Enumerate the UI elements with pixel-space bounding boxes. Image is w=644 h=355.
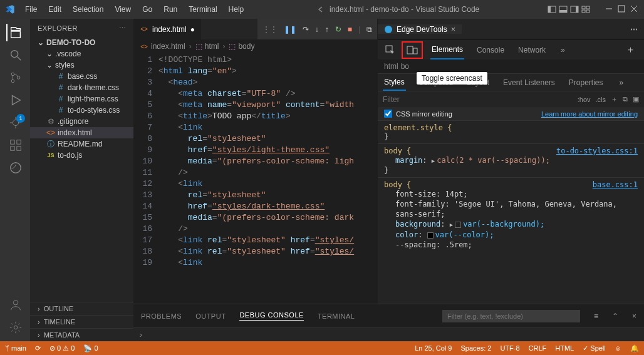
tab-more-icon[interactable]: ⋯ (624, 25, 644, 34)
menu-help[interactable]: Help (224, 3, 249, 16)
styles-filter-input[interactable] (383, 95, 573, 104)
add-tab-icon[interactable]: ＋ (626, 44, 635, 56)
minimize-icon[interactable] (605, 5, 614, 14)
menu-terminal[interactable]: Terminal (184, 3, 222, 16)
activity-account-icon[interactable] (6, 296, 24, 314)
devtools-tab-console[interactable]: Console (475, 41, 506, 59)
expand-icon[interactable]: ▶ (432, 158, 435, 164)
selector[interactable]: element.style { (384, 123, 452, 132)
status-feedback-icon[interactable]: ☺ (615, 344, 621, 352)
section-outline[interactable]: ›OUTLINE (30, 302, 133, 315)
file-todo-js[interactable]: JSto-do.js (30, 150, 133, 161)
chevron-right-icon[interactable]: » (561, 46, 565, 54)
menu-file[interactable]: File (20, 3, 42, 16)
activity-edge-icon[interactable] (6, 159, 24, 177)
menu-edit[interactable]: Edit (43, 3, 66, 16)
panel-tab-problems[interactable]: PROBLEMS (141, 312, 182, 320)
folder-vscode[interactable]: ⌄.vscode (30, 48, 133, 59)
activity-run-icon[interactable] (6, 91, 24, 109)
status-branch[interactable]: ᛘ main (5, 344, 26, 352)
layout-right-icon[interactable] (570, 5, 579, 14)
prop-name[interactable]: background (395, 220, 440, 229)
activity-scm-icon[interactable] (6, 69, 24, 86)
chevron-right-icon[interactable]: » (620, 78, 624, 87)
pane-toggle-icon[interactable]: ▣ (633, 95, 639, 103)
status-spell[interactable]: ✓ Spell (583, 344, 606, 352)
styles-tab-properties[interactable]: Properties (568, 74, 605, 91)
expand-panel-icon[interactable]: ⌃ (612, 312, 618, 321)
pause-icon[interactable]: ❚❚ (284, 25, 296, 34)
activity-debug-icon[interactable] (6, 114, 24, 131)
devtools-tab-network[interactable]: Network (517, 41, 547, 59)
devtools-tab[interactable]: Edge DevTools × (378, 24, 462, 34)
cls-button[interactable]: .cls (596, 96, 606, 103)
panel-filter-input[interactable] (442, 310, 580, 322)
status-spaces[interactable]: Spaces: 2 (460, 344, 491, 352)
status-lncol[interactable]: Ln 25, Col 9 (415, 344, 452, 352)
activity-search-icon[interactable] (6, 46, 24, 64)
prop-name[interactable]: color (395, 230, 418, 239)
folder-styles[interactable]: ⌄styles (30, 59, 133, 71)
toggle-screencast-button[interactable] (402, 41, 423, 59)
css-declaration[interactable]: font-family: 'Segoe UI', Tahoma, Geneva,… (395, 199, 638, 219)
breadcrumb-bar[interactable]: › (133, 327, 644, 341)
step-into-icon[interactable]: ↓ (315, 25, 319, 34)
layout-bottom-icon[interactable] (559, 5, 568, 14)
close-panel-icon[interactable]: × (632, 312, 636, 321)
drag-handle-icon[interactable]: ⋮⋮ (262, 25, 278, 34)
inspect-element-icon[interactable] (382, 43, 399, 58)
mirror-learn-link[interactable]: Learn more about mirror editing (541, 110, 638, 118)
selector[interactable]: body { (384, 180, 411, 189)
editor-breadcrumbs[interactable]: <>index.html › ⬚html › ⬚body (133, 39, 377, 53)
css-declaration[interactable]: font-size: 14pt; (395, 189, 638, 199)
menu-run[interactable]: Run (158, 3, 182, 16)
menu-selection[interactable]: Selection (68, 3, 108, 16)
layout-left-icon[interactable] (548, 5, 556, 14)
file-gitignore[interactable]: ⚙.gitignore (30, 116, 133, 127)
status-encoding[interactable]: UTF-8 (500, 344, 519, 352)
panel-tab-output[interactable]: OUTPUT (195, 312, 226, 320)
styles-tab-events[interactable]: Event Listeners (502, 74, 556, 91)
panel-tab-terminal[interactable]: TERMINAL (318, 312, 355, 320)
copy-icon[interactable]: ⧉ (623, 95, 628, 103)
stop-icon[interactable]: ■ (348, 25, 352, 34)
maximize-icon[interactable] (618, 5, 626, 14)
file-readme[interactable]: ⓘREADME.md (30, 138, 133, 150)
prop-value[interactable]: calc(2 * var(--spacing)); (437, 156, 550, 165)
devtools-tab-elements[interactable]: Elements (430, 41, 464, 59)
file-base-css[interactable]: #base.css (30, 71, 133, 82)
file-index-html[interactable]: <>index.html (30, 127, 133, 138)
new-rule-icon[interactable]: ＋ (611, 95, 618, 104)
mirror-checkbox[interactable]: CSS mirror editing (384, 110, 452, 118)
activity-settings-icon[interactable] (6, 319, 24, 336)
section-metadata[interactable]: ›METADATA (30, 328, 133, 341)
filter-icon[interactable]: ≡ (594, 312, 598, 321)
styles-tab-styles[interactable]: Styles (383, 74, 406, 91)
devtools-breadcrumb[interactable]: html bo (378, 59, 644, 73)
panel-tab-debug-console[interactable]: DEBUG CONSOLE (239, 311, 303, 321)
back-arrow-icon[interactable] (317, 6, 325, 13)
activity-extensions-icon[interactable] (6, 136, 24, 154)
step-over-icon[interactable]: ↷ (303, 25, 309, 34)
file-light-css[interactable]: #light-theme.css (30, 93, 133, 105)
code-editor[interactable]: 12345678910111213141516171819 <!DOCTYPE … (133, 53, 377, 304)
section-timeline[interactable]: ›TIMELINE (30, 315, 133, 328)
restart-icon[interactable]: ↻ (335, 25, 341, 34)
prop-name[interactable]: margin (395, 156, 422, 165)
expand-icon[interactable]: ▶ (450, 222, 453, 228)
status-problems[interactable]: ⊘ 0 ⚠ 0 (49, 344, 75, 352)
status-lang[interactable]: HTML (555, 344, 574, 352)
status-sync-icon[interactable]: ⟳ (35, 344, 41, 352)
selector[interactable]: body { (384, 147, 411, 155)
color-swatch-icon[interactable] (427, 232, 434, 239)
devtools-launch-icon[interactable]: ⧉ (366, 25, 372, 34)
editor-tab-index[interactable]: <> index.html ● (133, 19, 201, 39)
menu-view[interactable]: View (110, 3, 136, 16)
layout-grid-icon[interactable] (581, 5, 590, 14)
css-declaration[interactable]: --spacing: .5rem; (395, 240, 638, 250)
step-out-icon[interactable]: ↑ (325, 25, 329, 34)
menu-go[interactable]: Go (137, 3, 157, 16)
hov-button[interactable]: :hov (578, 96, 591, 103)
status-eol[interactable]: CRLF (529, 344, 547, 352)
source-link[interactable]: to-do-styles.css:1 (556, 147, 638, 155)
